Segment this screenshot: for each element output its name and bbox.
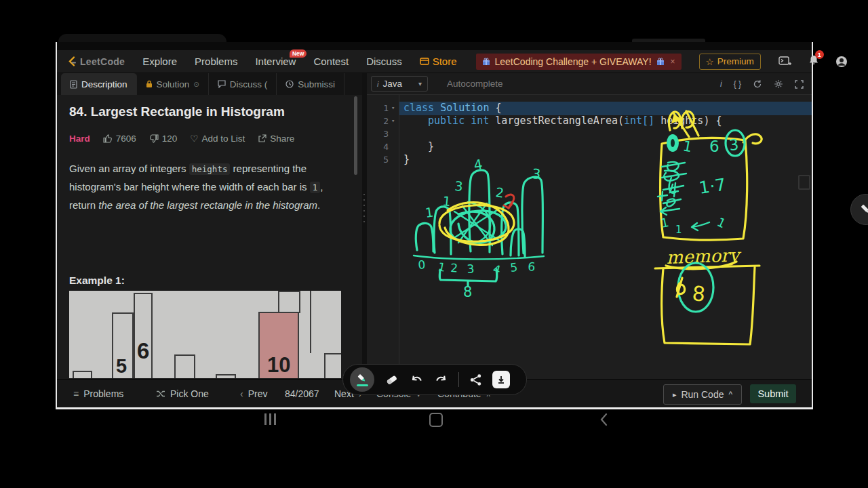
pen-tool-button[interactable] (350, 367, 374, 392)
solution-eye-icon: ⊙ (193, 81, 199, 88)
line-number: 5 (367, 153, 389, 166)
panel-divider[interactable] (362, 73, 367, 380)
pick-one-label: Pick One (170, 388, 209, 399)
android-recents-button[interactable] (264, 413, 276, 425)
store-icon (420, 58, 429, 65)
problems-list-button[interactable]: ≡ Problems (73, 380, 123, 408)
leetcode-window: LeetCode Explore Problems Interview New … (56, 42, 813, 409)
histogram-bar (73, 371, 92, 378)
nav-interview[interactable]: Interview New (255, 56, 296, 67)
nav-discuss[interactable]: Discuss (366, 56, 402, 67)
clock-icon (285, 80, 294, 88)
problem-tabs: Description Solution ⊙ Discuss ( (57, 73, 362, 95)
pick-one-button[interactable]: Pick One (156, 380, 209, 408)
run-code-label: Run Code (681, 389, 724, 400)
problem-title: 84. Largest Rectangle in Histogram (69, 104, 285, 119)
submit-label: Submit (757, 388, 788, 399)
caret-icon: ^ (728, 390, 732, 399)
page-flip-icon[interactable] (798, 175, 810, 190)
play-icon: ▸ (673, 390, 677, 399)
pen-color-indicator (357, 384, 368, 386)
window-top-strip (57, 42, 812, 50)
format-braces-icon[interactable]: { } (734, 79, 741, 89)
android-home-button[interactable] (429, 413, 443, 427)
premium-label: Premium (717, 56, 754, 66)
code-area[interactable]: 1 2 3 4 5 ▾ ▾ class Solution { public in… (367, 95, 812, 380)
avatar-icon[interactable] (835, 56, 848, 68)
banner-close-icon[interactable]: × (671, 57, 675, 66)
leetcode-logo[interactable]: LeetCode (66, 56, 125, 67)
submit-button[interactable]: Submit (750, 384, 796, 403)
tab-solution-label: Solution (157, 79, 190, 89)
share-icon (258, 134, 267, 143)
tab-description-label: Description (81, 79, 127, 89)
undo-icon[interactable] (410, 374, 424, 386)
divider-handle (363, 194, 365, 226)
lock-icon (146, 80, 153, 88)
fullscreen-icon[interactable] (795, 80, 804, 89)
redo-icon[interactable] (434, 374, 448, 386)
code-token: } (403, 153, 410, 165)
prev-button[interactable]: ‹ Prev (240, 380, 267, 408)
nav-explore[interactable]: Explore (142, 56, 177, 67)
premium-button[interactable]: ☆ Premium (699, 54, 761, 70)
download-icon (497, 375, 505, 384)
code-token: class (403, 102, 440, 114)
nav-contest[interactable]: Contest (313, 56, 349, 67)
dislike-button[interactable]: 120 (149, 134, 178, 144)
chat-icon (218, 80, 226, 88)
add-to-list-button[interactable]: ♡ Add to List (190, 133, 245, 144)
settings-gear-icon[interactable] (774, 79, 783, 89)
nav-store[interactable]: Store (420, 56, 457, 67)
thumbs-down-icon (149, 134, 159, 143)
pencil-icon (859, 203, 868, 216)
area-label-10: 10 (267, 353, 290, 378)
code-line-1: class Solution { (403, 102, 502, 115)
nav-problems[interactable]: Problems (195, 56, 237, 67)
tab-discuss[interactable]: Discuss ( (209, 73, 277, 95)
line-number: 1 (367, 102, 389, 115)
notifications-button[interactable]: 1 (808, 54, 819, 68)
tab-solution[interactable]: Solution ⊙ (137, 73, 209, 95)
toolbar-divider (458, 372, 459, 387)
add-to-list-label: Add to List (201, 134, 245, 144)
fold-caret-icon[interactable]: ▾ (391, 102, 395, 115)
share-button[interactable]: Share (258, 134, 294, 144)
pen-icon (356, 373, 368, 384)
interview-terminal-icon[interactable] (778, 56, 792, 66)
reset-code-icon[interactable] (753, 79, 762, 89)
histogram-bar-edge (310, 291, 311, 353)
heart-icon: ♡ (190, 133, 198, 144)
gutter-divider (399, 95, 399, 380)
like-button[interactable]: 7606 (103, 134, 136, 144)
challenge-banner-text: LeetCoding Challenge + GIVEAWAY! (495, 56, 652, 67)
tab-submissions[interactable]: Submissi (277, 73, 344, 95)
download-button[interactable] (492, 371, 510, 388)
android-back-button[interactable] (599, 413, 608, 429)
problems-label: Problems (83, 388, 123, 399)
code-token: } (428, 140, 434, 152)
chevron-down-icon: ▾ (418, 80, 422, 87)
problem-meta: Hard 7606 120 ♡ Add to List (69, 133, 294, 144)
drawing-toolbar (342, 364, 527, 395)
language-select[interactable]: i Java ▾ (371, 76, 428, 92)
chevron-left-icon: ‹ (240, 388, 243, 399)
challenge-banner[interactable]: LeetCoding Challenge + GIVEAWAY! × (476, 54, 682, 70)
histogram-bar (324, 353, 341, 378)
description-text: . (317, 199, 320, 211)
eraser-icon[interactable] (384, 373, 399, 386)
description-italic: the area of the largest rectangle in the… (98, 199, 317, 211)
run-code-button[interactable]: ▸ Run Code ^ (663, 384, 742, 405)
tab-description[interactable]: Description (61, 73, 137, 95)
fold-caret-icon[interactable]: ▾ (391, 115, 395, 127)
notification-badge: 1 (815, 50, 824, 59)
star-icon: ☆ (706, 56, 714, 67)
line-number: 3 (367, 127, 389, 140)
back-chevron-icon (599, 413, 608, 426)
share-screen-icon[interactable] (469, 373, 482, 386)
nav-store-label: Store (433, 56, 457, 67)
panel-scrollbar[interactable] (354, 96, 357, 175)
editor-info-icon[interactable]: i (720, 79, 722, 89)
floating-pen-button[interactable] (850, 194, 868, 225)
histogram-bar-6 (134, 293, 153, 378)
